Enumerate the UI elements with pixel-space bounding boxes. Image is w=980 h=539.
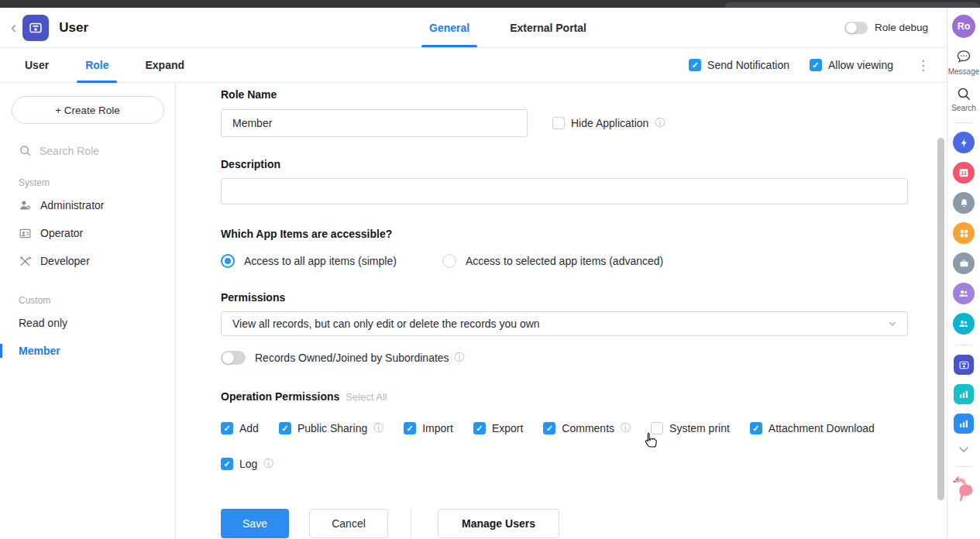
role-item-developer[interactable]: Developer [19, 247, 175, 275]
search-role-input[interactable] [40, 145, 140, 157]
more-options-icon[interactable]: ⋮ [913, 57, 933, 74]
permissions-select[interactable]: View all records, but can only edit or d… [221, 311, 908, 336]
checkbox-box[interactable]: ✓ [279, 422, 291, 434]
flash-app-icon[interactable] [953, 132, 975, 153]
search-icon [19, 144, 32, 157]
info-icon[interactable]: ⓘ [263, 457, 273, 471]
role-search[interactable] [19, 144, 156, 157]
avatar[interactable]: Ro [952, 15, 975, 38]
message-button[interactable]: Message [948, 48, 980, 76]
button-divider [411, 509, 411, 538]
page-title: User [59, 20, 88, 36]
check-icon: ✓ [223, 424, 230, 433]
global-search-button[interactable]: Search [951, 86, 976, 112]
app-grid-icon[interactable] [953, 222, 975, 244]
checkbox-label: Import [422, 422, 453, 434]
checkbox-box[interactable]: ✓ [543, 422, 555, 434]
back-icon[interactable]: ‹ [11, 19, 16, 36]
checkbox-comments[interactable]: ✓ Comments ⓘ [543, 421, 631, 435]
checkbox-box[interactable]: ✓ [810, 59, 822, 71]
analytics-blue-app-icon[interactable] [954, 414, 974, 434]
checkbox-log[interactable]: ✓ Log ⓘ [221, 457, 273, 471]
save-button[interactable]: Save [221, 509, 289, 538]
checkbox-box[interactable] [552, 117, 565, 129]
allow-viewing-checkbox[interactable]: ✓ Allow viewing [810, 59, 893, 71]
create-role-button[interactable]: + Create Role [12, 96, 164, 124]
tab-user[interactable]: User [16, 48, 57, 83]
checkbox-box[interactable]: ✓ [221, 422, 233, 434]
members-purple-app-icon[interactable] [953, 283, 975, 304]
members-teal-app-icon[interactable] [953, 313, 975, 335]
role-debug-label: Role debug [875, 22, 928, 33]
administrator-icon [19, 199, 32, 212]
vertical-scrollbar[interactable] [937, 138, 944, 500]
send-notification-checkbox[interactable]: ✓ Send Notification [689, 59, 789, 71]
checkbox-box[interactable] [651, 422, 663, 434]
checkbox-import[interactable]: ✓ Import [404, 422, 453, 434]
checkbox-label: Log [239, 458, 257, 470]
info-icon[interactable]: ⓘ [373, 421, 383, 435]
role-debug-toggle[interactable] [844, 22, 868, 34]
rail-divider [955, 122, 972, 123]
role-item-read-only[interactable]: Read only [19, 309, 175, 337]
select-all-link[interactable]: Select All [346, 391, 387, 403]
role-item-administrator[interactable]: Administrator [19, 191, 175, 219]
role-item-member[interactable]: Member [19, 337, 175, 365]
check-icon: ✓ [546, 424, 553, 433]
info-icon[interactable]: ⓘ [655, 116, 665, 130]
tab-expand[interactable]: Expand [136, 48, 193, 83]
role-item-operator[interactable]: Operator [19, 219, 175, 247]
operation-permissions-label: Operation Permissions [221, 390, 339, 403]
checkbox-system-print[interactable]: System print [651, 422, 730, 434]
checkbox-export[interactable]: ✓ Export [473, 422, 523, 434]
info-icon[interactable]: ⓘ [455, 351, 465, 365]
radio-selected-app-items[interactable]: Access to selected app items (advanced) [442, 254, 663, 268]
cancel-button[interactable]: Cancel [309, 509, 388, 538]
workspace-app-icon[interactable] [953, 252, 975, 274]
app-logo-icon[interactable] [22, 15, 49, 41]
radio-label: Access to selected app items (advanced) [466, 255, 663, 267]
checkbox-add[interactable]: ✓ Add [221, 422, 259, 434]
checkbox-public-sharing[interactable]: ✓ Public Sharing ⓘ [279, 421, 383, 435]
developer-icon [19, 255, 32, 268]
info-icon[interactable]: ⓘ [621, 421, 631, 435]
radio-label: Access to all app items (simple) [244, 255, 397, 267]
check-icon: ✓ [476, 424, 483, 433]
tab-general[interactable]: General [421, 8, 477, 47]
checkbox-attachment-download[interactable]: ✓ Attachment Download [750, 422, 875, 434]
role-name-input[interactable] [221, 109, 528, 137]
calendar-app-icon[interactable]: 13 [953, 162, 975, 184]
notifications-app-icon[interactable] [953, 192, 975, 214]
checkbox-label: Public Sharing [297, 422, 367, 434]
permissions-label: Permissions [221, 291, 947, 304]
analytics-teal-app-icon[interactable] [954, 384, 974, 404]
app-items-label: Which App Items are accessible? [221, 228, 947, 240]
role-item-label: Operator [40, 227, 83, 239]
checkbox-box[interactable]: ✓ [404, 422, 416, 434]
checkbox-box[interactable]: ✓ [689, 59, 701, 71]
tab-external-portal[interactable]: External Portal [502, 8, 594, 47]
checkbox-box[interactable]: ✓ [750, 422, 762, 434]
check-icon: ✓ [281, 424, 288, 433]
check-icon: ✓ [223, 460, 230, 469]
description-input[interactable] [221, 178, 908, 204]
tab-role[interactable]: Role [77, 48, 117, 83]
toggle-knob [846, 22, 857, 33]
hide-application-checkbox[interactable]: Hide Application ⓘ [552, 116, 665, 130]
collapse-chevron-icon[interactable] [958, 442, 969, 456]
app-header: ‹ User General External Portal Role debu… [0, 8, 947, 48]
radio-all-app-items[interactable]: Access to all app items (simple) [221, 254, 442, 268]
checkbox-label: Comments [562, 422, 614, 434]
subordinates-toggle[interactable] [221, 351, 246, 365]
checkbox-label: Export [492, 422, 523, 434]
finance-app-icon[interactable] [954, 355, 974, 375]
flamingo-mascot[interactable] [952, 474, 975, 506]
radio-selected-icon[interactable] [221, 254, 235, 268]
checkbox-box[interactable]: ✓ [473, 422, 486, 434]
checkbox-box[interactable]: ✓ [221, 458, 233, 470]
check-icon: ✓ [692, 61, 699, 70]
manage-users-button[interactable]: Manage Users [438, 509, 559, 538]
radio-unselected-icon[interactable] [442, 254, 456, 268]
browser-tab [724, 2, 980, 8]
rail-divider [955, 345, 972, 345]
